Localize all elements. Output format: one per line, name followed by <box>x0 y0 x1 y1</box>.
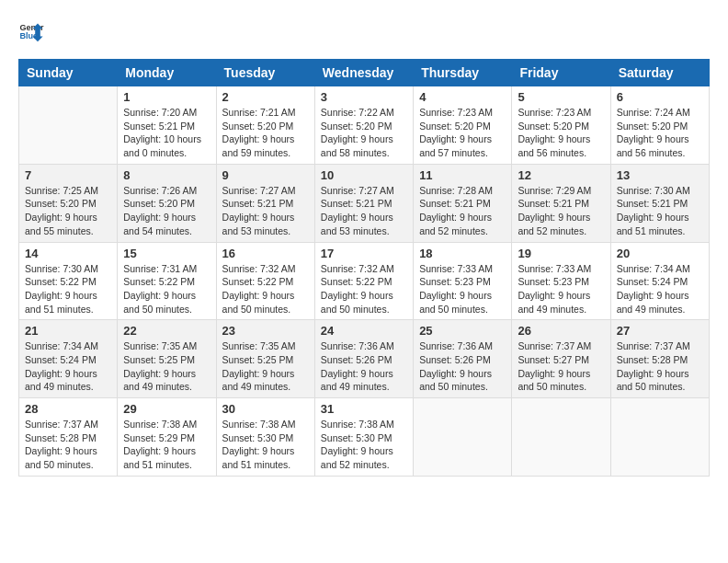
day-number: 7 <box>25 168 111 182</box>
calendar-cell: 5Sunrise: 7:23 AM Sunset: 5:20 PM Daylig… <box>512 86 610 165</box>
calendar-cell: 8Sunrise: 7:26 AM Sunset: 5:20 PM Daylig… <box>118 164 216 242</box>
day-number: 18 <box>419 247 506 260</box>
day-detail: Sunrise: 7:23 AM Sunset: 5:20 PM Dayligh… <box>419 106 506 160</box>
day-detail: Sunrise: 7:34 AM Sunset: 5:24 PM Dayligh… <box>25 339 111 394</box>
calendar-week-row: 21Sunrise: 7:34 AM Sunset: 5:24 PM Dayli… <box>19 320 710 398</box>
calendar-cell: 1Sunrise: 7:20 AM Sunset: 5:21 PM Daylig… <box>118 86 216 165</box>
logo: General Blue <box>18 18 48 44</box>
day-detail: Sunrise: 7:21 AM Sunset: 5:20 PM Dayligh… <box>222 106 309 160</box>
calendar-cell: 11Sunrise: 7:28 AM Sunset: 5:21 PM Dayli… <box>414 164 512 242</box>
day-detail: Sunrise: 7:25 AM Sunset: 5:20 PM Dayligh… <box>25 184 111 238</box>
day-number: 30 <box>222 402 309 416</box>
weekday-header: Wednesday <box>314 60 413 86</box>
calendar-cell: 2Sunrise: 7:21 AM Sunset: 5:20 PM Daylig… <box>216 86 314 165</box>
calendar-cell: 15Sunrise: 7:31 AM Sunset: 5:22 PM Dayli… <box>118 242 216 320</box>
day-detail: Sunrise: 7:36 AM Sunset: 5:26 PM Dayligh… <box>419 339 506 394</box>
day-detail: Sunrise: 7:32 AM Sunset: 5:22 PM Dayligh… <box>222 262 309 316</box>
day-detail: Sunrise: 7:28 AM Sunset: 5:21 PM Dayligh… <box>419 184 506 238</box>
calendar-cell: 27Sunrise: 7:37 AM Sunset: 5:28 PM Dayli… <box>610 320 709 398</box>
calendar-cell: 17Sunrise: 7:32 AM Sunset: 5:22 PM Dayli… <box>314 242 413 320</box>
day-number: 26 <box>518 324 604 338</box>
day-detail: Sunrise: 7:35 AM Sunset: 5:25 PM Dayligh… <box>123 339 210 394</box>
day-detail: Sunrise: 7:38 AM Sunset: 5:29 PM Dayligh… <box>123 418 210 472</box>
calendar-cell: 13Sunrise: 7:30 AM Sunset: 5:21 PM Dayli… <box>610 164 709 242</box>
day-detail: Sunrise: 7:30 AM Sunset: 5:21 PM Dayligh… <box>617 184 703 238</box>
calendar-cell: 18Sunrise: 7:33 AM Sunset: 5:23 PM Dayli… <box>414 242 512 320</box>
day-number: 13 <box>617 168 703 182</box>
calendar-cell: 3Sunrise: 7:22 AM Sunset: 5:20 PM Daylig… <box>314 86 413 165</box>
day-number: 21 <box>25 324 111 338</box>
calendar-cell: 30Sunrise: 7:38 AM Sunset: 5:30 PM Dayli… <box>216 398 314 477</box>
day-detail: Sunrise: 7:32 AM Sunset: 5:22 PM Dayligh… <box>321 262 407 316</box>
weekday-header: Monday <box>118 60 216 86</box>
day-detail: Sunrise: 7:37 AM Sunset: 5:28 PM Dayligh… <box>25 418 111 472</box>
calendar-table: SundayMondayTuesdayWednesdayThursdayFrid… <box>18 59 710 477</box>
day-detail: Sunrise: 7:24 AM Sunset: 5:20 PM Dayligh… <box>617 106 703 160</box>
calendar-cell: 12Sunrise: 7:29 AM Sunset: 5:21 PM Dayli… <box>512 164 610 242</box>
day-number: 25 <box>419 324 506 338</box>
day-detail: Sunrise: 7:37 AM Sunset: 5:28 PM Dayligh… <box>617 339 703 394</box>
calendar-cell: 20Sunrise: 7:34 AM Sunset: 5:24 PM Dayli… <box>610 242 709 320</box>
day-detail: Sunrise: 7:22 AM Sunset: 5:20 PM Dayligh… <box>321 106 407 160</box>
calendar-cell: 22Sunrise: 7:35 AM Sunset: 5:25 PM Dayli… <box>118 320 216 398</box>
day-number: 14 <box>25 247 111 260</box>
calendar-cell: 25Sunrise: 7:36 AM Sunset: 5:26 PM Dayli… <box>414 320 512 398</box>
day-detail: Sunrise: 7:27 AM Sunset: 5:21 PM Dayligh… <box>222 184 309 238</box>
day-number: 10 <box>321 168 407 182</box>
day-number: 20 <box>617 247 703 260</box>
calendar-week-row: 14Sunrise: 7:30 AM Sunset: 5:22 PM Dayli… <box>19 242 710 320</box>
day-number: 12 <box>518 168 604 182</box>
calendar-cell: 10Sunrise: 7:27 AM Sunset: 5:21 PM Dayli… <box>314 164 413 242</box>
day-detail: Sunrise: 7:31 AM Sunset: 5:22 PM Dayligh… <box>123 262 210 316</box>
calendar-cell: 16Sunrise: 7:32 AM Sunset: 5:22 PM Dayli… <box>216 242 314 320</box>
day-detail: Sunrise: 7:36 AM Sunset: 5:26 PM Dayligh… <box>321 339 407 394</box>
day-detail: Sunrise: 7:33 AM Sunset: 5:23 PM Dayligh… <box>419 262 506 316</box>
day-number: 19 <box>518 247 604 260</box>
day-number: 5 <box>518 90 604 104</box>
day-detail: Sunrise: 7:33 AM Sunset: 5:23 PM Dayligh… <box>518 262 604 316</box>
day-number: 29 <box>123 402 210 416</box>
day-detail: Sunrise: 7:27 AM Sunset: 5:21 PM Dayligh… <box>321 184 407 238</box>
weekday-header: Saturday <box>610 60 709 86</box>
day-detail: Sunrise: 7:34 AM Sunset: 5:24 PM Dayligh… <box>617 262 703 316</box>
day-number: 1 <box>123 90 210 104</box>
day-detail: Sunrise: 7:38 AM Sunset: 5:30 PM Dayligh… <box>321 418 407 472</box>
day-number: 15 <box>123 247 210 260</box>
header: General Blue <box>18 18 710 44</box>
calendar-week-row: 1Sunrise: 7:20 AM Sunset: 5:21 PM Daylig… <box>19 86 710 165</box>
day-number: 3 <box>321 90 407 104</box>
calendar-header-row: SundayMondayTuesdayWednesdayThursdayFrid… <box>19 60 710 86</box>
calendar-week-row: 28Sunrise: 7:37 AM Sunset: 5:28 PM Dayli… <box>19 398 710 477</box>
day-number: 6 <box>617 90 703 104</box>
calendar-cell: 19Sunrise: 7:33 AM Sunset: 5:23 PM Dayli… <box>512 242 610 320</box>
day-number: 23 <box>222 324 309 338</box>
day-number: 9 <box>222 168 309 182</box>
day-number: 22 <box>123 324 210 338</box>
weekday-header: Friday <box>512 60 610 86</box>
calendar-cell: 6Sunrise: 7:24 AM Sunset: 5:20 PM Daylig… <box>610 86 709 165</box>
calendar-cell <box>610 398 709 477</box>
weekday-header: Sunday <box>19 60 118 86</box>
day-detail: Sunrise: 7:20 AM Sunset: 5:21 PM Dayligh… <box>123 106 210 160</box>
calendar-cell: 7Sunrise: 7:25 AM Sunset: 5:20 PM Daylig… <box>19 164 118 242</box>
calendar-week-row: 7Sunrise: 7:25 AM Sunset: 5:20 PM Daylig… <box>19 164 710 242</box>
calendar-cell: 28Sunrise: 7:37 AM Sunset: 5:28 PM Dayli… <box>19 398 118 477</box>
calendar-cell: 14Sunrise: 7:30 AM Sunset: 5:22 PM Dayli… <box>19 242 118 320</box>
day-detail: Sunrise: 7:30 AM Sunset: 5:22 PM Dayligh… <box>25 262 111 316</box>
day-detail: Sunrise: 7:35 AM Sunset: 5:25 PM Dayligh… <box>222 339 309 394</box>
day-detail: Sunrise: 7:29 AM Sunset: 5:21 PM Dayligh… <box>518 184 604 238</box>
calendar-cell: 9Sunrise: 7:27 AM Sunset: 5:21 PM Daylig… <box>216 164 314 242</box>
calendar-cell: 26Sunrise: 7:37 AM Sunset: 5:27 PM Dayli… <box>512 320 610 398</box>
weekday-header: Thursday <box>414 60 512 86</box>
day-number: 8 <box>123 168 210 182</box>
day-number: 11 <box>419 168 506 182</box>
calendar-cell: 23Sunrise: 7:35 AM Sunset: 5:25 PM Dayli… <box>216 320 314 398</box>
day-detail: Sunrise: 7:26 AM Sunset: 5:20 PM Dayligh… <box>123 184 210 238</box>
day-number: 24 <box>321 324 407 338</box>
day-number: 31 <box>321 402 407 416</box>
logo-icon: General Blue <box>18 18 44 44</box>
calendar-cell: 4Sunrise: 7:23 AM Sunset: 5:20 PM Daylig… <box>414 86 512 165</box>
day-number: 27 <box>617 324 703 338</box>
calendar-cell: 21Sunrise: 7:34 AM Sunset: 5:24 PM Dayli… <box>19 320 118 398</box>
day-number: 16 <box>222 247 309 260</box>
